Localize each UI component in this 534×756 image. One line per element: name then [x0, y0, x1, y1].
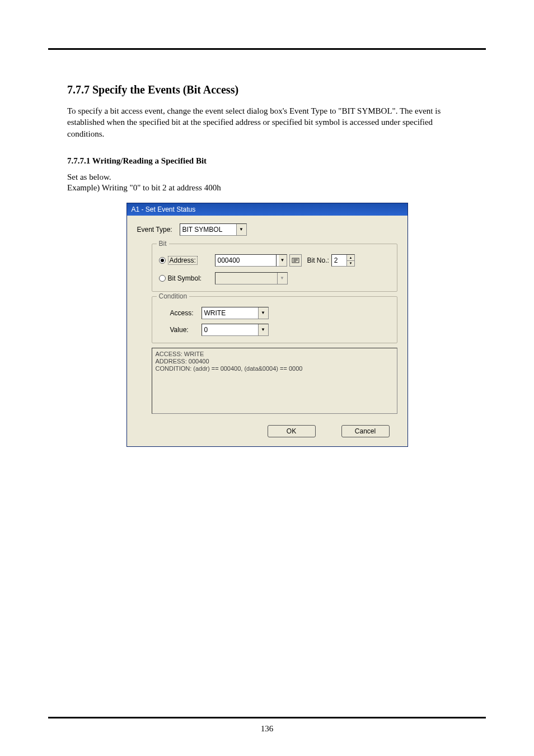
bitno-spinner[interactable]: 2 ▲ ▼	[331, 254, 355, 267]
event-type-label: Event Type:	[137, 226, 176, 234]
set-below-text: Set as below.	[67, 172, 467, 182]
page-number: 136	[0, 724, 534, 734]
chevron-down-icon[interactable]: ▼	[258, 324, 268, 335]
status-line-1: ACCESS: WRITE	[156, 351, 394, 358]
address-input[interactable]: 000400	[215, 254, 277, 267]
cancel-button[interactable]: Cancel	[341, 425, 390, 437]
access-value: WRITE	[204, 309, 258, 317]
chevron-down-icon[interactable]: ▼	[258, 307, 268, 319]
bitno-value: 2	[332, 256, 346, 264]
event-type-combo[interactable]: BIT SYMBOL ▼	[180, 223, 247, 236]
bitsymbol-combo: ▼	[215, 272, 288, 284]
chevron-down-icon[interactable]: ▼	[236, 224, 246, 235]
address-radio[interactable]: Address:	[159, 256, 215, 265]
bit-fieldset: Bit Address: 000400 ▼	[152, 244, 397, 292]
section-paragraph: To specify a bit access event, change th…	[67, 105, 467, 139]
status-line-3: CONDITION: (addr) == 000400, (data&0004)…	[156, 365, 394, 372]
footer-rule	[48, 717, 486, 718]
section-heading: 7.7.7 Specify the Events (Bit Access)	[67, 83, 467, 96]
status-line-2: ADDRESS: 000400	[156, 358, 394, 365]
event-type-value: BIT SYMBOL	[182, 226, 236, 234]
bitsymbol-radio[interactable]: Bit Symbol:	[159, 274, 215, 282]
bitsymbol-radio-label: Bit Symbol:	[168, 274, 202, 282]
address-value: 000400	[218, 256, 240, 264]
bit-legend: Bit	[157, 240, 169, 248]
chevron-down-icon[interactable]: ▼	[279, 255, 287, 266]
bitno-label: Bit No.:	[307, 256, 329, 264]
address-dropdown[interactable]: ▼	[276, 254, 287, 267]
value-label: Value:	[159, 326, 202, 334]
spinner-up-icon[interactable]: ▲	[346, 255, 354, 260]
chevron-down-icon: ▼	[277, 273, 287, 284]
access-combo[interactable]: WRITE ▼	[202, 307, 269, 319]
access-label: Access:	[159, 309, 202, 317]
value-combo[interactable]: 0 ▼	[202, 324, 269, 336]
condition-legend: Condition	[157, 292, 190, 300]
subsection-heading: 7.7.7.1 Writing/Reading a Specified Bit	[67, 156, 467, 166]
status-readout: ACCESS: WRITE ADDRESS: 000400 CONDITION:…	[152, 348, 397, 414]
example-text: Example) Writing "0" to bit 2 at address…	[67, 183, 467, 193]
address-radio-label: Address:	[168, 256, 198, 265]
value-value: 0	[204, 326, 258, 334]
set-event-status-dialog: A1 - Set Event Status Event Type: BIT SY…	[127, 203, 408, 447]
register-browse-button[interactable]	[289, 254, 302, 267]
spinner-down-icon[interactable]: ▼	[346, 260, 354, 266]
condition-fieldset: Condition Access: WRITE ▼ Value: 0	[152, 296, 397, 343]
dialog-titlebar: A1 - Set Event Status	[127, 203, 407, 216]
ok-button[interactable]: OK	[268, 425, 316, 437]
